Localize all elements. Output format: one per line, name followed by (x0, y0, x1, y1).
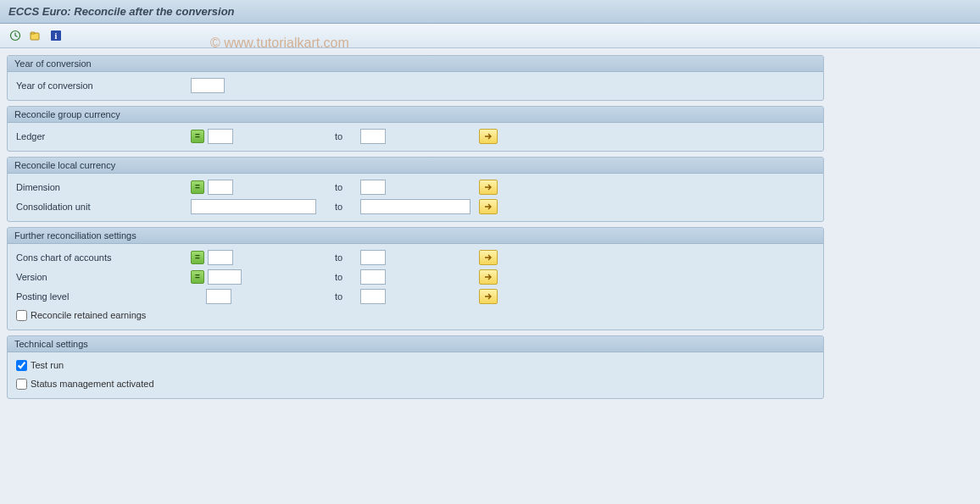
input-posting-to[interactable] (360, 289, 386, 304)
input-ledger-from[interactable] (208, 129, 233, 144)
input-dimension-from[interactable] (208, 180, 233, 195)
group-header: Technical settings (8, 336, 823, 352)
to-label: to (335, 202, 360, 212)
arrow-right-icon (483, 202, 493, 211)
label-test-run: Test run (31, 360, 64, 370)
label-status-mgmt: Status management activated (31, 379, 154, 389)
input-chart-from[interactable] (208, 250, 233, 265)
group-group-currency: Reconcile group currency Ledger = to (7, 106, 824, 152)
toolbar: i (0, 24, 980, 48)
input-ledger-to[interactable] (360, 129, 386, 144)
arrow-right-icon (483, 292, 493, 301)
checkbox-status-mgmt[interactable] (16, 379, 27, 390)
group-header: Reconcile group currency (8, 107, 823, 123)
to-label: to (335, 131, 360, 141)
equals-icon[interactable]: = (191, 180, 204, 194)
label-ledger: Ledger (13, 131, 191, 141)
to-label: to (335, 182, 360, 192)
multiple-selection-button[interactable] (479, 180, 498, 195)
label-posting: Posting level (13, 291, 191, 302)
equals-icon[interactable]: = (191, 270, 204, 284)
row-posting-level: Posting level to (13, 286, 818, 306)
input-cons-unit-from[interactable] (191, 199, 316, 214)
input-dimension-to[interactable] (360, 180, 386, 195)
row-chart-accounts: Cons chart of accounts = to (13, 247, 818, 267)
label-version: Version (13, 272, 191, 282)
multiple-selection-button[interactable] (479, 250, 498, 265)
to-label: to (335, 272, 360, 282)
group-local-currency: Reconcile local currency Dimension = to (7, 157, 824, 222)
input-posting-from[interactable] (206, 289, 231, 304)
group-technical-settings: Technical settings Test run Status manag… (7, 335, 824, 399)
group-header: Further reconciliation settings (8, 228, 823, 244)
multiple-selection-button[interactable] (479, 269, 498, 285)
input-version-from[interactable] (208, 269, 242, 285)
equals-icon[interactable]: = (191, 251, 204, 264)
clock-icon (9, 30, 21, 42)
checkbox-reconcile-retained[interactable] (16, 310, 27, 321)
row-test-run: Test run (13, 356, 818, 374)
input-cons-unit-to[interactable] (360, 199, 471, 214)
to-label: to (335, 252, 360, 263)
label-reconcile-retained: Reconcile retained earnings (31, 310, 146, 320)
input-year[interactable] (191, 78, 225, 93)
checkbox-test-run[interactable] (16, 360, 27, 371)
arrow-right-icon (483, 183, 493, 191)
equals-icon[interactable]: = (191, 130, 204, 143)
row-version: Version = to (13, 267, 818, 286)
arrow-right-icon (483, 132, 493, 141)
group-year-conversion: Year of conversion Year of conversion (7, 55, 824, 101)
label-year: Year of conversion (13, 80, 191, 91)
row-reconcile-retained: Reconcile retained earnings (13, 306, 818, 324)
input-chart-to[interactable] (360, 250, 386, 265)
row-ledger: Ledger = to (13, 126, 818, 146)
group-header: Year of conversion (8, 56, 823, 72)
group-further-settings: Further reconciliation settings Cons cha… (7, 227, 824, 330)
to-label: to (335, 291, 360, 302)
group-header: Reconcile local currency (8, 158, 823, 174)
multiple-selection-button[interactable] (479, 129, 498, 144)
execute-button[interactable] (7, 27, 24, 44)
content-area: Year of conversion Year of conversion Re… (0, 48, 831, 411)
row-consolidation-unit: Consolidation unit to (13, 197, 818, 216)
input-version-to[interactable] (360, 269, 386, 285)
svg-text:i: i (55, 31, 58, 41)
info-icon: i (50, 30, 62, 42)
row-dimension: Dimension = to (13, 177, 818, 197)
svg-rect-2 (31, 32, 35, 34)
label-chart: Cons chart of accounts (13, 252, 191, 263)
label-dimension: Dimension (13, 182, 191, 192)
label-cons-unit: Consolidation unit (13, 202, 191, 212)
get-variant-button[interactable] (27, 27, 44, 44)
arrow-right-icon (483, 273, 493, 281)
info-button[interactable]: i (47, 27, 64, 44)
multiple-selection-button[interactable] (479, 199, 498, 214)
folder-icon (30, 30, 42, 42)
arrow-right-icon (483, 253, 493, 262)
multiple-selection-button[interactable] (479, 289, 498, 304)
page-title: ECCS Euro: Reconcile after the conversio… (0, 0, 980, 24)
row-year: Year of conversion (13, 75, 818, 95)
row-status-mgmt: Status management activated (13, 374, 818, 393)
